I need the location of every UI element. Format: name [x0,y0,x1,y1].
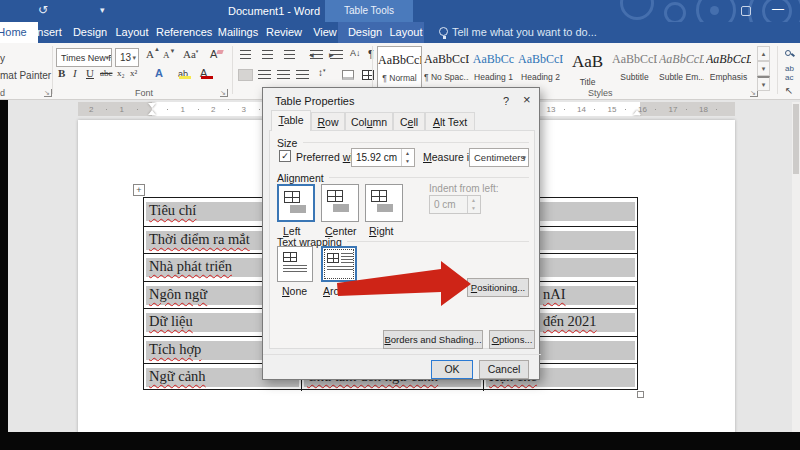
measure-in-value: Centimeters [474,152,525,163]
alignment-option-right[interactable] [365,184,403,222]
bold-button[interactable]: B [58,67,65,79]
ruler-number: 1 [120,105,124,114]
tab-references[interactable]: References [156,22,212,43]
dialog-tab-cell[interactable]: Cell [393,112,425,131]
chevron-down-icon[interactable]: ▾ [132,49,136,66]
cancel-button[interactable]: Cancel [479,360,529,379]
ruler-number: 15 [608,105,617,114]
ribbon-options-icon[interactable] [741,6,751,16]
justify-button[interactable] [296,70,309,80]
clear-formatting-button[interactable]: A [210,48,217,60]
line-spacing-icon[interactable]: ↕▾ [318,67,323,78]
alignment-group-label: Alignment [277,172,324,184]
find-icon[interactable] [785,47,791,58]
decor-circle [620,0,654,20]
dialog-tab-row[interactable]: Row [311,112,345,131]
style-tile-subtle-em-[interactable]: AaBbCcD.Subtle Em... [659,46,704,94]
tell-me-box[interactable]: Tell me what you want to do... [452,26,597,38]
underline-button[interactable]: U [86,67,94,79]
highlight-button[interactable]: ab [178,67,188,79]
preferred-width-checkbox[interactable]: ✓ [279,150,291,162]
decrease-indent-icon[interactable]: ◀ [310,50,323,60]
dialog-tab-column[interactable]: Column [345,112,393,131]
dialog-tab-table[interactable]: Table [271,110,311,131]
style-sample: AaBbCc [471,52,516,67]
table-move-handle[interactable]: + [133,184,145,196]
change-case-button[interactable]: Aa▾ [183,48,196,60]
pilcrow-icon[interactable]: ¶ [368,48,374,60]
font-launcher-icon[interactable]: ↘ [220,89,228,97]
undo-icon[interactable]: ↺ [38,3,48,17]
grow-font-button[interactable]: A▲ [146,48,154,60]
clipboard-launcher-icon[interactable]: ↘ [44,89,52,97]
ok-button[interactable]: OK [431,360,473,379]
align-right-button[interactable] [277,70,290,80]
font-size-value: 13 [120,52,131,63]
lightbulb-icon [439,27,448,36]
shading-icon[interactable] [342,70,354,80]
tab-design-table-tools[interactable]: Design [344,22,386,43]
dialog-tab-alt-text[interactable]: Alt Text [425,112,475,131]
font-name-combo[interactable]: Times New Ro ▾ [56,48,112,67]
strikethrough-button[interactable]: abc [100,68,113,78]
multilevel-list-icon[interactable] [284,50,295,60]
gallery-up-icon[interactable]: ▴ [757,46,770,61]
style-tile-subtitle[interactable]: AaBbCcDSubtitle [612,46,657,94]
select-icon[interactable]: ↖ [785,85,793,96]
help-icon[interactable]: ? [503,95,509,107]
format-painter-button[interactable]: mat Painter [0,70,51,81]
style-tile-title[interactable]: AaBTitle [565,46,610,94]
vertical-scrollbar[interactable] [792,102,800,432]
gallery-down-icon[interactable]: ▾ [757,61,770,76]
font-size-combo[interactable]: 13 ▾ [115,48,139,67]
decor-circle [664,2,686,22]
wrapping-label-none: None [282,285,307,297]
left-black-strip [0,100,8,450]
scrollbar-thumb[interactable] [793,104,799,174]
word-window: ↺ ▾ Document1 - Word Table Tools — HomeI… [0,0,800,450]
gallery-more-icon[interactable]: ▾ [757,76,770,91]
title-bar: ↺ ▾ Document1 - Word Table Tools — [0,0,800,22]
hanging-indent-marker[interactable] [148,110,156,115]
tab-view[interactable]: View [308,22,342,43]
style-tile-emphasis[interactable]: AaBbCcD.Emphasis [706,46,751,94]
right-indent-marker[interactable] [633,110,641,115]
tab-insert[interactable]: Insert [30,22,66,43]
tab-review[interactable]: Review [263,22,305,43]
minimize-icon[interactable]: — [772,2,784,16]
first-line-indent-marker[interactable] [148,103,156,108]
copy-button[interactable]: y [0,53,5,64]
tab-layout[interactable]: Layout [112,22,152,43]
alignment-option-left[interactable] [277,184,315,222]
chevron-down-icon[interactable]: ▾ [105,49,109,66]
options-button[interactable]: Options... [489,330,535,349]
font-color-button[interactable]: A [200,67,207,79]
tab-design[interactable]: Design [70,22,110,43]
replace-icon[interactable]: abac [785,64,794,82]
close-icon[interactable]: × [523,92,531,107]
decor-dot [710,6,719,15]
italic-button[interactable]: I [73,67,77,79]
tab-layout-table-tools[interactable]: Layout [387,22,425,43]
bullets-icon[interactable] [240,50,251,60]
superscript-button[interactable]: x² [130,68,137,78]
qat-customize-icon[interactable]: ▾ [100,5,105,15]
font-group-label: Font [135,88,153,98]
align-center-button[interactable] [258,70,271,80]
preferred-width-spinner[interactable]: 15.92 cm ▲▼ [351,148,415,167]
styles-group-label: Styles [588,88,613,98]
increase-indent-icon[interactable]: ▶ [330,50,343,60]
align-left-button[interactable] [238,69,253,81]
ruler-number: 2 [211,105,215,114]
shrink-font-button[interactable]: A▼ [163,50,170,60]
tab-mailings[interactable]: Mailings [216,22,260,43]
text-effects-button[interactable]: A [155,67,163,79]
subscript-button[interactable]: x₂ [117,68,125,78]
sort-icon[interactable]: A↓ [350,48,361,58]
alignment-option-center[interactable] [321,184,359,222]
measure-in-combo[interactable]: Centimeters ▾ [469,148,529,167]
table-resize-handle[interactable] [637,391,644,398]
numbering-icon[interactable] [262,50,273,60]
wrapping-option-none[interactable] [277,246,313,282]
borders-and-shading-button[interactable]: Borders and Shading... [383,330,483,349]
